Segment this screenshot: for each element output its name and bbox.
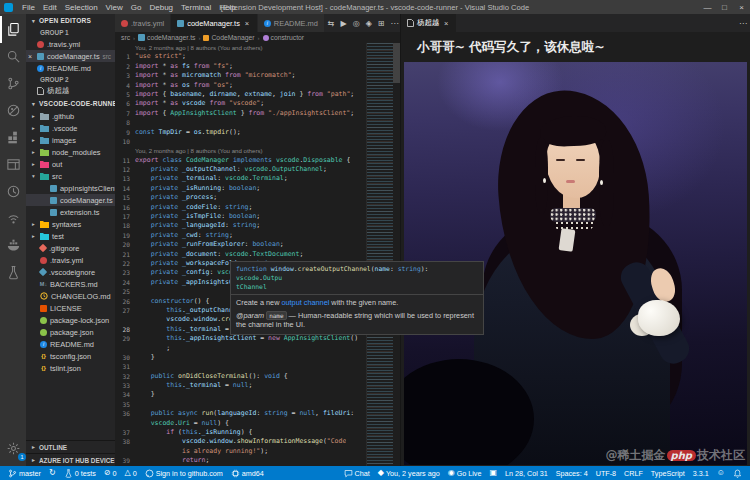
status-errors[interactable]: ⊘0 xyxy=(100,466,121,480)
status-language-mode[interactable]: TypeScript xyxy=(647,466,689,480)
menu-view[interactable]: View xyxy=(102,3,127,12)
menu-go[interactable]: Go xyxy=(127,3,146,12)
activity-test-icon[interactable] xyxy=(0,259,26,286)
activity-extensions-icon[interactable] xyxy=(0,124,26,151)
open-editor-item[interactable]: ×codeManager.tssrc xyxy=(26,50,115,62)
activity-search-icon[interactable] xyxy=(0,43,26,70)
tree-item[interactable]: ▸.vscode xyxy=(26,122,115,134)
open-editors-header[interactable]: ▾ OPEN EDITORS xyxy=(26,14,115,27)
close-button[interactable]: × xyxy=(733,0,750,14)
chevron-icon: ▸ xyxy=(30,149,37,155)
open-changes-icon[interactable]: ⇆ xyxy=(325,19,338,28)
project-header[interactable]: ▾ VSCODE-CODE-RUNNER xyxy=(26,97,115,110)
restore-button[interactable]: □ xyxy=(716,0,733,14)
activity-explorer-icon[interactable] xyxy=(0,16,26,43)
status-warnings[interactable]: △0 xyxy=(121,466,141,480)
tree-item[interactable]: ▾src xyxy=(26,170,115,182)
tree-item[interactable]: M↓BACKERS.md xyxy=(26,278,115,290)
open-preview-icon[interactable]: ◎ xyxy=(350,19,363,28)
status-chat[interactable]: Chat xyxy=(340,466,374,480)
tree-item[interactable]: codeManager.ts xyxy=(26,194,115,206)
status-gitlens-blame[interactable]: ◆You, 2 years ago xyxy=(374,466,444,480)
tree-item[interactable]: ▸syntaxes xyxy=(26,218,115,230)
breadcrumb-item[interactable]: CodeManager xyxy=(211,34,254,41)
tree-item[interactable]: .travis.yml xyxy=(26,254,115,266)
activity-settings-icon[interactable]: 1 xyxy=(0,435,26,462)
breadcrumb-item[interactable]: src xyxy=(121,34,130,41)
tree-item[interactable]: ▸.github xyxy=(26,110,115,122)
tree-item[interactable]: CHANGELOG.md xyxy=(26,290,115,302)
status-indentation[interactable]: Spaces: 4 xyxy=(552,466,592,480)
activity-debug-icon[interactable] xyxy=(0,97,26,124)
activity-browser-preview-icon[interactable] xyxy=(0,151,26,178)
split-editor-icon[interactable]: ⊞ xyxy=(375,19,388,28)
close-icon[interactable]: × xyxy=(26,53,34,60)
menu-help[interactable]: Help xyxy=(215,3,239,12)
status-screencast[interactable]: ▣ xyxy=(485,466,501,480)
compare-icon[interactable]: ◈ xyxy=(363,19,375,28)
status-feedback[interactable]: ☺ xyxy=(713,466,729,480)
menu-edit[interactable]: Edit xyxy=(39,3,61,12)
tree-item[interactable]: .vscodeignore xyxy=(26,266,115,278)
close-icon[interactable]: × xyxy=(243,19,251,28)
panel-outline[interactable]: ▸OUTLINE xyxy=(26,440,115,453)
tab-README.md[interactable]: iREADME.md xyxy=(258,14,325,32)
code-text: public onDidCloseTerminal(): void { xyxy=(135,372,288,381)
code-text: } xyxy=(135,390,155,399)
breadcrumb-item[interactable]: constructor xyxy=(271,34,305,41)
ts-icon xyxy=(50,185,57,192)
scrollbar-slider[interactable] xyxy=(393,43,400,83)
status-tests[interactable]: 0 tests xyxy=(60,466,100,480)
menu-selection[interactable]: Selection xyxy=(61,3,102,12)
code-text: import * as vscode from "vscode"; xyxy=(135,99,264,108)
tab-杨超越[interactable]: 杨超越× xyxy=(401,14,457,32)
open-editor-item[interactable]: 杨超越 xyxy=(26,85,115,97)
menu-debug[interactable]: Debug xyxy=(145,3,177,12)
run-code-icon[interactable]: ▶ xyxy=(338,19,350,28)
menu-file[interactable]: File xyxy=(18,3,39,12)
code-editor[interactable]: You, 2 months ago | 8 authors (You and o… xyxy=(115,43,400,466)
status-github-signin[interactable]: Sign in to github.com xyxy=(141,466,227,480)
tree-item[interactable]: iREADME.md xyxy=(26,338,115,350)
activity-history-icon[interactable] xyxy=(0,178,26,205)
minimize-button[interactable]: — xyxy=(699,0,716,14)
tree-item[interactable]: .gitignore xyxy=(26,242,115,254)
tab-codeManager.ts[interactable]: codeManager.ts× xyxy=(171,14,258,32)
activity-source-control-icon[interactable] xyxy=(0,70,26,97)
tree-item[interactable]: ▸images xyxy=(26,134,115,146)
status-cursor-position[interactable]: Ln 28, Col 31 xyxy=(501,466,552,480)
status-arch[interactable]: amd64 xyxy=(227,466,268,480)
tree-item[interactable]: ▸test xyxy=(26,230,115,242)
close-icon[interactable]: × xyxy=(442,19,450,28)
status-notifications[interactable] xyxy=(729,466,746,480)
code-text: import * as fs from "fs"; xyxy=(135,62,233,71)
tree-item[interactable]: package.json xyxy=(26,326,115,338)
open-editor-item[interactable]: iREADME.md xyxy=(26,62,115,74)
status-git-branch[interactable]: master xyxy=(4,466,45,480)
activity-azure-iot-icon[interactable] xyxy=(0,205,26,232)
folder-icon xyxy=(40,124,49,132)
breadcrumb-item[interactable]: codeManager.ts xyxy=(147,34,195,41)
tree-item[interactable]: {}tsconfig.json xyxy=(26,350,115,362)
doc-link[interactable]: output channel xyxy=(281,298,329,307)
tree-item[interactable]: LICENSE xyxy=(26,302,115,314)
tree-item[interactable]: ▸node_modules xyxy=(26,146,115,158)
menu-terminal[interactable]: Terminal xyxy=(177,3,215,12)
tab-.travis.yml[interactable]: .travis.yml xyxy=(115,14,171,32)
status-go-live[interactable]: ◉Go Live xyxy=(444,466,486,480)
status-version[interactable]: 3.3.1 xyxy=(689,466,713,480)
panel-azure-iot-hub-devices[interactable]: ▸AZURE IOT HUB DEVICES xyxy=(26,453,115,466)
tree-item[interactable]: appInsightsClient.ts xyxy=(26,182,115,194)
tree-item[interactable]: ▸out xyxy=(26,158,115,170)
status-sync[interactable]: ↻ xyxy=(45,466,60,480)
open-editor-item[interactable]: .travis.yml xyxy=(26,38,115,50)
more-actions-icon[interactable]: ⋯ xyxy=(736,19,750,28)
status-eol[interactable]: CRLF xyxy=(620,466,647,480)
tree-item[interactable]: extension.ts xyxy=(26,206,115,218)
tree-item[interactable]: package-lock.json xyxy=(26,314,115,326)
activity-docker-icon[interactable] xyxy=(0,232,26,259)
tree-item[interactable]: {}tslint.json xyxy=(26,362,115,374)
status-encoding[interactable]: UTF-8 xyxy=(592,466,620,480)
minimap[interactable] xyxy=(366,43,393,466)
breadcrumb[interactable]: src›codeManager.ts›CodeManager›construct… xyxy=(115,32,400,43)
